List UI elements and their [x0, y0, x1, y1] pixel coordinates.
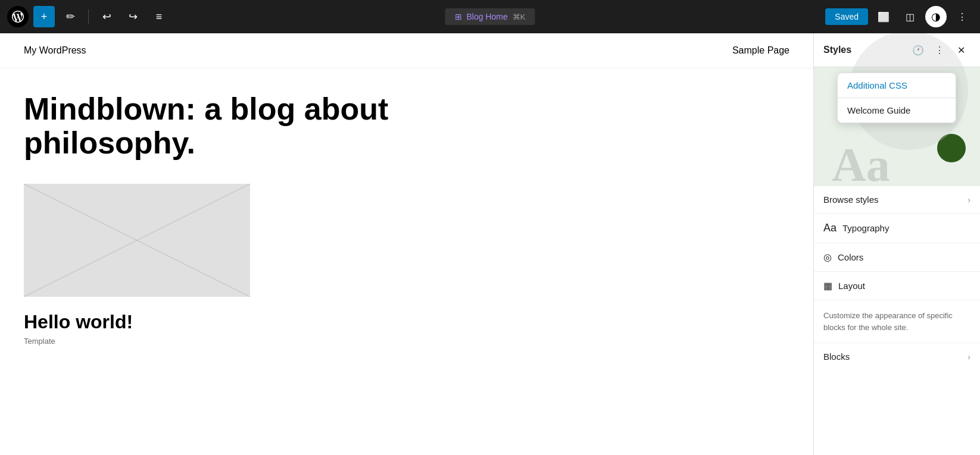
panel-more-button[interactable]: ⋮	[930, 40, 949, 59]
close-icon: ✕	[957, 45, 965, 56]
blocks-chevron: ›	[967, 352, 970, 362]
more-icon: ⋮	[957, 11, 967, 23]
typography-icon: Aa	[823, 222, 837, 234]
toolbar-right: Saved ⬜ ◫ ◑ ⋮	[825, 6, 973, 27]
view-icon: ⬜	[878, 11, 890, 23]
panel-header-actions: 🕐 ⋮ ✕	[909, 40, 970, 59]
site-header: My WordPress Sample Page	[0, 33, 813, 68]
blocks-label: Blocks	[823, 352, 850, 362]
canvas: My WordPress Sample Page Mindblown: a bl…	[0, 33, 813, 455]
history-button[interactable]: 🕐	[909, 40, 928, 59]
colors-item[interactable]: ◎ Colors	[814, 243, 980, 272]
blocks-item[interactable]: Blocks ›	[814, 343, 980, 370]
undo-icon: ↩	[102, 10, 111, 23]
history-icon: 🕐	[912, 45, 924, 56]
contrast-icon: ◑	[931, 10, 941, 23]
typography-left: Aa Typography	[823, 222, 889, 234]
dropdown-menu: Additional CSS Welcome Guide	[837, 73, 956, 123]
post-title: Hello world!	[24, 311, 789, 333]
preview-text: Aa	[832, 138, 890, 186]
tools-button[interactable]: ✏	[60, 6, 81, 27]
browse-styles-item[interactable]: Browse styles ›	[814, 186, 980, 214]
colors-left: ◎ Colors	[823, 252, 863, 263]
list-view-button[interactable]: ≡	[148, 6, 170, 27]
page-heading: Mindblown: a blog about philosophy.	[24, 92, 441, 160]
post-meta: Template	[24, 337, 55, 346]
panel-content: Browse styles › Aa Typography ◎ Colors ▦…	[814, 186, 980, 455]
list-view-icon: ≡	[156, 11, 163, 23]
pencil-icon: ✏	[66, 10, 75, 23]
browse-styles-chevron: ›	[967, 195, 970, 205]
preview-circle	[937, 134, 966, 162]
colors-icon: ◎	[823, 252, 832, 263]
redo-button[interactable]: ↪	[122, 6, 143, 27]
site-title: My WordPress	[24, 45, 86, 56]
layout-icon: ▦	[823, 280, 832, 291]
contrast-button[interactable]: ◑	[925, 6, 947, 27]
right-panel: Styles 🕐 ⋮ ✕ Aa Browse styles ›	[813, 33, 980, 455]
typography-label: Typography	[842, 223, 889, 233]
keyboard-shortcut: ⌘K	[513, 12, 526, 21]
sidebar-icon: ◫	[906, 11, 915, 23]
typography-item[interactable]: Aa Typography	[814, 214, 980, 243]
panel-title: Styles	[823, 45, 851, 55]
main-area: My WordPress Sample Page Mindblown: a bl…	[0, 33, 980, 455]
sidebar-toggle-button[interactable]: ◫	[899, 6, 920, 27]
canvas-content: Mindblown: a blog about philosophy. Hell…	[0, 68, 813, 370]
blog-home-button[interactable]: ⊞ Blog Home ⌘K	[445, 8, 535, 25]
panel-close-button[interactable]: ✕	[951, 40, 970, 59]
view-button[interactable]: ⬜	[873, 6, 894, 27]
panel-description: Customize the appearance of specific blo…	[814, 300, 980, 343]
blog-home-label: Blog Home	[467, 12, 508, 21]
layout-icon: ⊞	[455, 12, 462, 21]
layout-item[interactable]: ▦ Layout	[814, 272, 980, 300]
welcome-guide-label: Welcome Guide	[847, 105, 910, 115]
layout-left: ▦ Layout	[823, 280, 865, 291]
saved-button[interactable]: Saved	[825, 8, 868, 25]
colors-label: Colors	[838, 252, 863, 262]
site-nav: Sample Page	[732, 45, 789, 56]
wp-logo[interactable]	[7, 6, 29, 27]
layout-label: Layout	[838, 281, 865, 291]
dropdown-item-additional-css[interactable]: Additional CSS	[838, 73, 956, 98]
redo-icon: ↪	[129, 10, 138, 23]
panel-header: Styles 🕐 ⋮ ✕	[814, 33, 980, 67]
add-block-button[interactable]: +	[33, 6, 55, 27]
featured-image	[24, 184, 250, 297]
dropdown-item-welcome-guide[interactable]: Welcome Guide	[838, 98, 956, 123]
add-icon: +	[41, 11, 48, 23]
browse-styles-label: Browse styles	[823, 194, 879, 205]
additional-css-label: Additional CSS	[847, 80, 907, 90]
dropdown-overlay: Additional CSS Welcome Guide	[837, 67, 956, 123]
undo-button[interactable]: ↩	[96, 6, 117, 27]
panel-more-icon: ⋮	[935, 45, 944, 56]
toolbar-divider	[88, 10, 89, 24]
more-options-button[interactable]: ⋮	[951, 6, 973, 27]
toolbar: + ✏ ↩ ↪ ≡ ⊞ Blog Home ⌘K Saved ⬜ ◫ ◑ ⋮	[0, 0, 980, 33]
center-controls: ⊞ Blog Home ⌘K	[445, 8, 535, 25]
